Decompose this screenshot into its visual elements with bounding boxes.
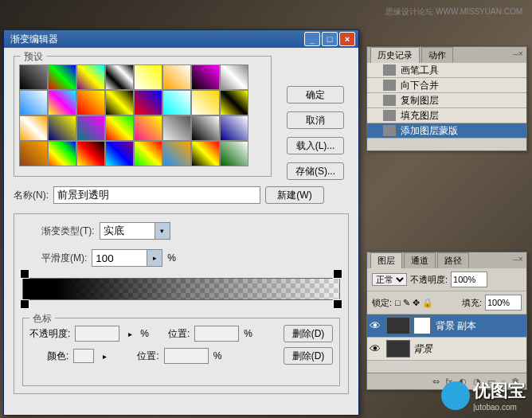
preset-swatch[interactable] xyxy=(134,141,162,166)
dialog-title: 渐变编辑器 xyxy=(7,33,303,46)
history-item[interactable]: 添加图层蒙版 xyxy=(367,123,526,139)
preset-swatch[interactable] xyxy=(76,115,105,141)
lock-icons[interactable]: □ ✎ ✥ 🔒 xyxy=(395,298,433,308)
history-item[interactable]: 复制图层 xyxy=(367,93,526,108)
preset-swatch[interactable] xyxy=(19,115,48,141)
gradient-editor-dialog: 渐变编辑器 _ □ × 预设 确定 取消 载入(L)... 存储(S)... 名… xyxy=(3,29,359,416)
layer-opacity-input[interactable] xyxy=(451,272,487,287)
link-icon[interactable]: ⇔ xyxy=(432,377,440,387)
preset-swatch[interactable] xyxy=(19,90,48,115)
preset-swatch[interactable] xyxy=(162,64,191,90)
preset-swatch[interactable] xyxy=(220,64,248,90)
layer-row[interactable]: 👁背景 副本 xyxy=(367,314,526,338)
preset-swatch[interactable] xyxy=(105,141,134,166)
panel-close-icon[interactable]: –× xyxy=(513,254,523,264)
tab-layers[interactable]: 图层 xyxy=(370,252,402,268)
preset-swatch[interactable] xyxy=(134,115,162,141)
watermark-logo: 优图宝 |utobao.com xyxy=(441,379,526,412)
fill-label: 填充: xyxy=(462,297,482,309)
smoothness-label: 平滑度(M): xyxy=(41,252,87,265)
preset-swatch[interactable] xyxy=(162,115,191,141)
preset-swatch[interactable] xyxy=(162,90,191,115)
opacity-stop-right[interactable] xyxy=(333,269,342,279)
preset-swatch[interactable] xyxy=(191,115,220,141)
preset-swatch[interactable] xyxy=(19,141,48,166)
preset-swatch[interactable] xyxy=(48,90,76,115)
preset-swatch[interactable] xyxy=(220,90,248,115)
smoothness-input[interactable]: ▸ xyxy=(92,249,162,267)
history-panel: –× 历史记录 动作 画笔工具向下合并复制图层填充图层添加图层蒙版 xyxy=(366,46,527,151)
color-stop-left[interactable] xyxy=(20,299,29,309)
preset-swatch[interactable] xyxy=(48,141,76,166)
position-input[interactable] xyxy=(194,326,239,342)
chevron-down-icon[interactable]: ▾ xyxy=(155,222,170,240)
preset-swatch[interactable] xyxy=(19,64,48,90)
presets-group: 预设 xyxy=(14,56,272,177)
chevron-right-icon[interactable]: ▸ xyxy=(147,249,162,267)
preset-swatch[interactable] xyxy=(105,90,134,115)
history-item[interactable]: 向下合并 xyxy=(367,78,526,93)
visibility-icon[interactable]: 👁 xyxy=(367,319,383,332)
layer-row[interactable]: 👁背景 xyxy=(367,338,526,361)
preset-swatch[interactable] xyxy=(105,115,134,141)
bird-icon xyxy=(441,381,470,410)
position-label: 位置: xyxy=(137,350,158,363)
color-stop-right[interactable] xyxy=(333,299,342,309)
color-label: 颜色: xyxy=(47,350,68,363)
maximize-button[interactable]: □ xyxy=(322,32,338,46)
gradient-type-label: 渐变类型(T): xyxy=(41,225,95,238)
tab-channels[interactable]: 通道 xyxy=(404,252,436,268)
preset-swatch[interactable] xyxy=(105,64,134,90)
preset-swatch[interactable] xyxy=(191,64,220,90)
blend-mode-select[interactable]: 正常 xyxy=(372,273,407,286)
preset-swatch[interactable] xyxy=(48,64,76,90)
position-label: 位置: xyxy=(168,327,190,341)
preset-swatch[interactable] xyxy=(191,90,220,115)
preset-swatch[interactable] xyxy=(134,64,162,90)
name-label: 名称(N): xyxy=(14,189,49,202)
presets-label: 预设 xyxy=(21,50,46,64)
preset-swatch[interactable] xyxy=(134,90,162,115)
preset-swatch[interactable] xyxy=(162,141,191,166)
visibility-icon[interactable]: 👁 xyxy=(367,342,383,355)
color-position-input[interactable] xyxy=(164,348,209,364)
minimize-button[interactable]: _ xyxy=(304,32,320,46)
opacity-label: 不透明度: xyxy=(410,274,448,286)
gradient-bar[interactable] xyxy=(22,278,340,300)
close-button[interactable]: × xyxy=(339,32,355,46)
percent-label: % xyxy=(167,252,176,264)
ok-button[interactable]: 确定 xyxy=(287,86,344,104)
preset-swatch[interactable] xyxy=(220,141,248,166)
history-item[interactable]: 填充图层 xyxy=(367,108,526,123)
preset-swatch[interactable] xyxy=(48,115,76,141)
layers-panel: –× 图层 通道 路径 正常 不透明度: 锁定: □ ✎ ✥ 🔒 填充: 👁背景… xyxy=(366,252,527,390)
delete-opacity-button[interactable]: 删除(D) xyxy=(284,325,333,342)
titlebar[interactable]: 渐变编辑器 _ □ × xyxy=(4,30,358,48)
layer-fill-input[interactable] xyxy=(485,295,522,311)
watermark: 思缘设计论坛 WWW.MISSYUAN.COM xyxy=(385,6,522,18)
tab-history[interactable]: 历史记录 xyxy=(370,47,420,63)
preset-swatch[interactable] xyxy=(220,115,248,141)
new-button[interactable]: 新建(W) xyxy=(265,186,324,204)
preset-swatch[interactable] xyxy=(191,141,220,166)
gradient-type-combo[interactable]: ▾ xyxy=(100,222,170,240)
lock-label: 锁定: xyxy=(372,297,392,309)
delete-color-button[interactable]: 删除(D) xyxy=(284,347,333,365)
opacity-input[interactable] xyxy=(75,326,119,342)
tab-actions[interactable]: 动作 xyxy=(421,47,453,63)
preset-swatch[interactable] xyxy=(76,64,105,90)
gradient-section: 渐变类型(T): ▾ 平滑度(M): ▸ % xyxy=(14,213,349,394)
color-stops-group: 色标 不透明度: ▸ % 位置: % 删除(D) 颜色: ▸ 位置: % 删除(… xyxy=(22,318,340,386)
load-button[interactable]: 载入(L)... xyxy=(287,137,344,154)
color-swatch[interactable] xyxy=(73,349,94,363)
preset-swatch[interactable] xyxy=(76,141,105,166)
colorstops-legend: 色标 xyxy=(29,312,55,326)
history-item[interactable]: 画笔工具 xyxy=(367,63,526,78)
panel-close-icon[interactable]: –× xyxy=(513,49,523,58)
opacity-stop-left[interactable] xyxy=(20,269,29,279)
tab-paths[interactable]: 路径 xyxy=(437,252,469,268)
name-input[interactable] xyxy=(53,186,260,204)
cancel-button[interactable]: 取消 xyxy=(287,111,344,129)
save-button[interactable]: 存储(S)... xyxy=(287,162,344,180)
preset-swatch[interactable] xyxy=(76,90,105,115)
